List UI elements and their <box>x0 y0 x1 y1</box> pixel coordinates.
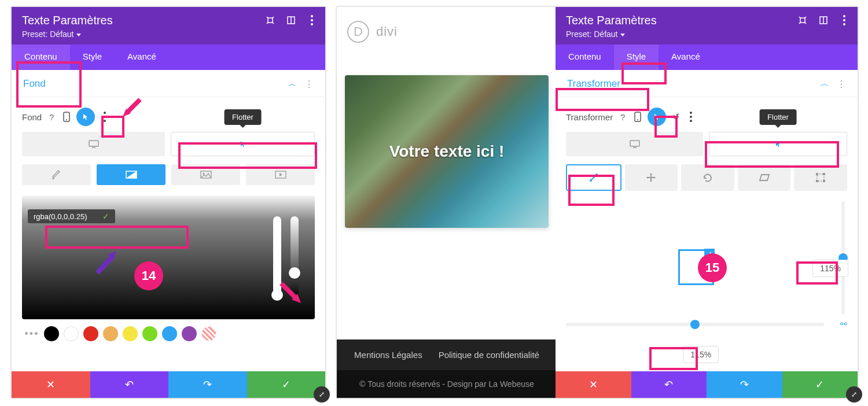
footer-links: Mentions Légales Politique de confidenti… <box>337 339 557 370</box>
rgba-value-pill[interactable]: rgba(0,0,0,0.25)✓ <box>28 209 115 223</box>
swatch-yellow[interactable] <box>123 326 138 341</box>
right-preview-and-panel: D divi Votre texte ici ! Mentions Légale… <box>336 6 859 399</box>
desktop-state-button[interactable] <box>22 132 165 156</box>
hero-image[interactable]: Votre texte ici ! <box>345 75 549 228</box>
section-menu-icon[interactable]: ⋮ <box>837 79 846 90</box>
color-swatches: ••• <box>22 326 315 341</box>
swatch-green[interactable] <box>142 326 157 341</box>
tabs: Contenu Style Avancé <box>12 45 325 70</box>
corner-bubble[interactable]: ⤢ <box>846 386 862 403</box>
translate-tab[interactable] <box>625 164 678 191</box>
menu-icon[interactable] <box>307 15 317 25</box>
cancel-button[interactable]: ✕ <box>556 371 631 398</box>
state-selector: Flotter <box>566 132 847 156</box>
annotation-badge: 14 <box>134 261 163 290</box>
section-title: Fond <box>23 78 46 90</box>
tooltip: Flotter <box>759 109 797 125</box>
section-header[interactable]: Transformer ︿⋮ <box>556 70 858 97</box>
hover-state-icon[interactable] <box>76 108 95 126</box>
bg-image-tab[interactable] <box>171 164 240 185</box>
hover-state-icon[interactable] <box>648 108 666 126</box>
svg-point-15 <box>637 119 638 120</box>
desktop-state-button[interactable] <box>566 132 703 156</box>
more-icon[interactable] <box>100 112 110 122</box>
expand-icon[interactable] <box>797 15 808 25</box>
swatch-black[interactable] <box>44 326 59 341</box>
footer-copyright: © Tous droits réservés - Design par La W… <box>337 370 557 398</box>
origin-tab[interactable] <box>794 164 847 191</box>
redo-button[interactable]: ↷ <box>707 371 782 398</box>
preset-label[interactable]: Preset: Défaut <box>566 29 847 39</box>
columns-icon[interactable] <box>286 15 296 25</box>
swatch-purple[interactable] <box>182 326 197 341</box>
footer-link-privacy[interactable]: Politique de confidentialité <box>439 350 539 360</box>
swatch-blue[interactable] <box>162 326 177 341</box>
hover-state-button[interactable]: Flotter <box>709 132 847 156</box>
chevron-up-icon[interactable]: ︿ <box>288 79 296 89</box>
annotation-arrow <box>93 248 122 276</box>
swatch-red[interactable] <box>83 326 98 341</box>
slider-handle[interactable] <box>289 267 300 279</box>
phone-icon[interactable] <box>61 112 72 122</box>
link-values-icon[interactable]: ⚯ <box>840 319 847 329</box>
svg-rect-11 <box>800 18 805 23</box>
header-icons <box>797 15 849 25</box>
bg-type-tabs <box>22 164 315 185</box>
vertical-scale-slider[interactable] <box>841 201 845 315</box>
left-settings-panel: Texte Paramètres Preset: Défaut Contenu … <box>10 6 326 399</box>
reset-icon[interactable]: ↺ <box>671 112 681 122</box>
section-menu-icon[interactable]: ⋮ <box>304 79 314 90</box>
annotation-badge: 15 <box>698 253 727 282</box>
annotation-arrow <box>278 280 307 309</box>
gradient-editor[interactable]: rgba(0,0,0,0.25)✓ <box>22 195 315 319</box>
corner-bubble[interactable]: ⤢ <box>314 386 330 403</box>
menu-icon[interactable] <box>839 15 849 25</box>
bg-gradient-tab[interactable] <box>97 164 165 185</box>
preview-footer: Mentions Légales Politique de confidenti… <box>337 339 557 398</box>
expand-icon[interactable] <box>265 15 275 25</box>
rotate-tab[interactable] <box>681 164 734 191</box>
more-icon[interactable] <box>686 112 696 122</box>
option-label: Transformer <box>566 112 613 122</box>
scale-x-value[interactable]: 115% <box>683 346 719 363</box>
scale-y-value[interactable]: 115% <box>812 260 848 277</box>
swatch-transparent[interactable] <box>201 326 216 341</box>
svg-rect-21 <box>816 173 818 175</box>
tab-style[interactable]: Style <box>70 45 115 70</box>
phone-icon[interactable] <box>632 112 643 122</box>
chevron-up-icon[interactable]: ︿ <box>821 79 829 89</box>
panel-header: Texte Paramètres Preset: Défaut <box>556 7 858 45</box>
divi-brand: divi <box>376 24 398 39</box>
preset-label[interactable]: Preset: Défaut <box>22 29 315 39</box>
tab-content[interactable]: Contenu <box>12 45 70 70</box>
columns-icon[interactable] <box>818 15 829 25</box>
horizontal-scale-slider[interactable] <box>566 323 824 326</box>
tab-advanced[interactable]: Avancé <box>659 45 713 70</box>
skew-tab[interactable] <box>738 164 791 191</box>
more-swatches[interactable]: ••• <box>24 328 39 340</box>
help-icon[interactable]: ? <box>617 112 628 122</box>
bg-video-tab[interactable] <box>246 164 315 185</box>
undo-button[interactable]: ↶ <box>90 371 169 398</box>
bg-color-tab[interactable] <box>22 164 91 185</box>
cancel-button[interactable]: ✕ <box>12 371 90 398</box>
tab-advanced[interactable]: Avancé <box>115 45 169 70</box>
tab-style[interactable]: Style <box>614 45 659 70</box>
section-header[interactable]: Fond ︿⋮ <box>12 70 325 97</box>
redo-button[interactable]: ↷ <box>168 371 247 398</box>
annotation-arrow <box>120 97 144 120</box>
svg-rect-0 <box>268 18 273 23</box>
undo-button[interactable]: ↶ <box>631 371 707 398</box>
hover-state-button[interactable]: Flotter <box>171 132 315 156</box>
slider-handle[interactable] <box>690 320 700 329</box>
swatch-white[interactable] <box>64 326 79 341</box>
panel-header: Texte Paramètres Preset: Défaut <box>12 7 325 45</box>
option-label: Fond <box>22 112 42 122</box>
scale-tab[interactable] <box>566 164 621 191</box>
help-icon[interactable]: ? <box>46 112 57 122</box>
svg-point-9 <box>203 173 204 175</box>
svg-rect-23 <box>816 180 818 182</box>
footer-link-legal[interactable]: Mentions Légales <box>354 350 422 360</box>
tab-content[interactable]: Contenu <box>556 45 614 70</box>
swatch-orange[interactable] <box>103 326 118 341</box>
